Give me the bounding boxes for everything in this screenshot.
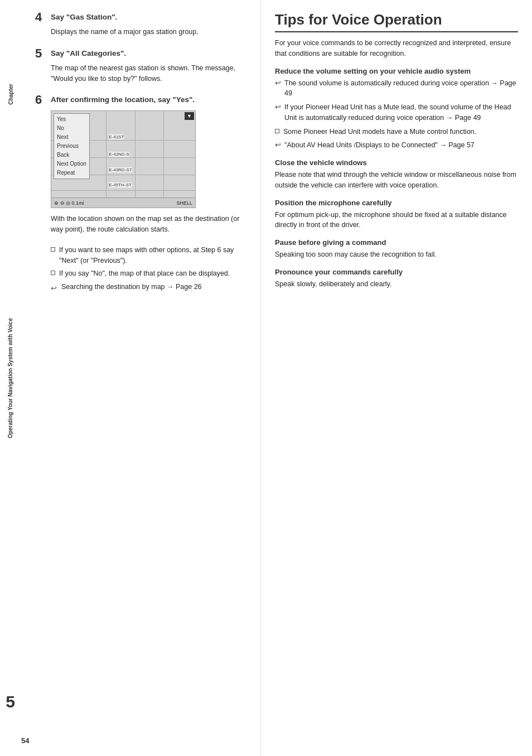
- right-intro: For your voice commands to be correctly …: [275, 38, 518, 59]
- bullet-text-2: Searching the destination by map → Page …: [61, 282, 202, 292]
- square-icon-0: [51, 247, 55, 252]
- sidebar-content: Chapter 5 Operating Your Navigation Syst…: [0, 0, 21, 756]
- section-3-body: For optimum pick-up, the microphone shou…: [275, 210, 518, 231]
- map-menu-next: Next: [57, 133, 86, 142]
- map-menu-nextoption: Next Option: [57, 160, 86, 168]
- section-1-heading: Reduce the volume setting on your vehicl…: [275, 67, 518, 75]
- arrow-icon: ↩: [275, 141, 281, 149]
- map-controls: ⊕ ⊖ ◎ 0.1mi: [54, 200, 84, 206]
- section-1-bullet-3-text: "About AV Head Units /Displays to be Con…: [284, 140, 475, 151]
- page-number: 54: [21, 736, 29, 745]
- arrow-icon: ↩: [275, 103, 281, 111]
- step-6-bullets: If you want to see maps with other optio…: [51, 245, 249, 294]
- section-2-body: Please note that wind through the vehicl…: [275, 170, 518, 191]
- section-1-bullet-1: ↩ If your Pioneer Head Unit has a Mute l…: [275, 102, 518, 123]
- section-1-bullet-1-text: If your Pioneer Head Unit has a Mute lea…: [284, 102, 518, 123]
- sidebar: Chapter 5 Operating Your Navigation Syst…: [0, 0, 21, 756]
- map-label-45th: E-45TH-ST: [109, 182, 131, 187]
- section-1-bullet-2-text: Some Pioneer Head Unit models have a Mut…: [283, 127, 476, 137]
- step-5-title: Say "All Categories".: [51, 47, 126, 57]
- left-column: 4 Say "Gas Station". Displays the name o…: [21, 0, 261, 756]
- step-4-body: Displays the name of a major gas station…: [51, 27, 249, 37]
- step-6-title: After confirming the location, say "Yes"…: [51, 94, 195, 104]
- map-label-43rd: E-43RD-ST: [109, 167, 132, 172]
- map-shell-label: SHELL: [176, 200, 192, 206]
- step-4-number: 4: [35, 11, 51, 23]
- map-menu-back: Back: [57, 151, 86, 160]
- bullet-item-2: ↩ Searching the destination by map → Pag…: [51, 282, 249, 294]
- map-label-42nd: E-42ND-S: [109, 152, 129, 157]
- section-4-body: Speaking too soon may cause the recognit…: [275, 249, 518, 260]
- section-5-heading: Pronounce your commands carefully: [275, 268, 518, 276]
- step-5-heading: 5 Say "All Categories".: [35, 47, 249, 60]
- map-bottom-bar: ⊕ ⊖ ◎ 0.1mi SHELL: [51, 198, 195, 208]
- page-title: Tips for Voice Operation: [275, 11, 518, 28]
- section-3-heading: Position the microphone carefully: [275, 199, 518, 207]
- map-label-41st: E-41ST: [109, 134, 124, 139]
- arrow-icon-2: ↩: [51, 283, 59, 294]
- section-1-bullet-2: Some Pioneer Head Unit models have a Mut…: [275, 127, 518, 137]
- section-1-bullet-0: ↩ The sound volume is automatically redu…: [275, 78, 518, 99]
- step-6-body: With the location shown on the map set a…: [51, 214, 249, 235]
- section-5-body: Speak slowly, deliberately and clearly.: [275, 279, 518, 290]
- step-4-title: Say "Gas Station".: [51, 11, 117, 21]
- arrow-icon: ↩: [275, 79, 281, 87]
- map-image: Yes No Next Previous Back Next Option Re…: [51, 110, 196, 208]
- step-6-heading: 6 After confirming the location, say "Ye…: [35, 94, 249, 106]
- title-divider: [275, 31, 518, 32]
- section-1-bullet-3: ↩ "About AV Head Units /Displays to be C…: [275, 140, 518, 151]
- map-menu-yes: Yes: [57, 115, 86, 124]
- bullet-item-0: If you want to see maps with other optio…: [51, 245, 249, 266]
- section-1-bullet-0-text: The sound volume is automatically reduce…: [284, 78, 518, 99]
- bullet-text-1: If you say "No", the map of that place c…: [59, 268, 230, 279]
- bullet-item-1: If you say "No", the map of that place c…: [51, 268, 249, 279]
- square-icon-1: [51, 271, 55, 275]
- bullet-text-0: If you want to see maps with other optio…: [59, 245, 249, 266]
- map-highlight: ▼: [185, 112, 194, 120]
- map-menu-no: No: [57, 124, 86, 133]
- main-content: 4 Say "Gas Station". Displays the name o…: [21, 0, 532, 756]
- step-4-heading: 4 Say "Gas Station".: [35, 11, 249, 23]
- section-4-heading: Pause before giving a command: [275, 238, 518, 247]
- section-2-heading: Close the vehicle windows: [275, 158, 518, 167]
- sidebar-operating-label: Operating Your Navigation System with Vo…: [7, 318, 13, 439]
- map-menu-repeat: Repeat: [57, 168, 86, 177]
- step-6-number: 6: [35, 94, 51, 106]
- map-menu: Yes No Next Previous Back Next Option Re…: [54, 113, 90, 179]
- step-5-body: The map of the nearest gas station is sh…: [51, 63, 249, 84]
- map-menu-previous: Previous: [57, 142, 86, 151]
- step-5-number: 5: [35, 47, 51, 60]
- right-column: Tips for Voice Operation For your voice …: [261, 0, 532, 756]
- square-icon: [275, 129, 279, 133]
